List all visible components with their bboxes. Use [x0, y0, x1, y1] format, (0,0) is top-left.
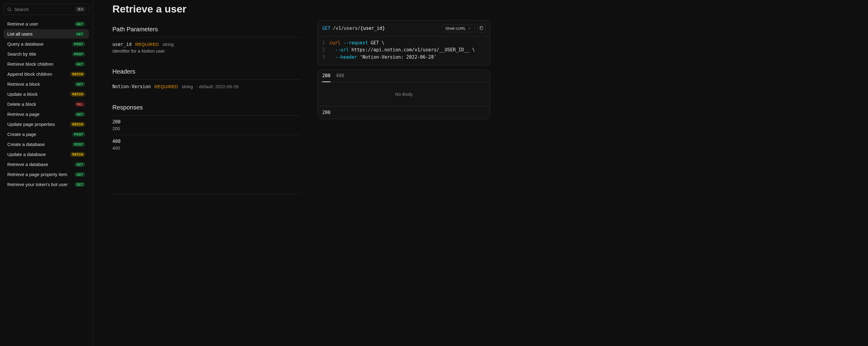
- header-default: · default: 2022-06-28: [196, 84, 239, 89]
- language-select[interactable]: Shell cURL: [442, 25, 475, 32]
- header-required-label: REQUIRED: [154, 84, 178, 89]
- param-description: Identifier for a Notion user: [112, 48, 301, 54]
- sidebar-item-label: Search by title: [7, 51, 36, 57]
- method-badge: PATCH: [70, 122, 85, 127]
- param-required-label: REQUIRED: [135, 42, 159, 47]
- sidebar-item[interactable]: Retrieve a databaseGET: [4, 160, 89, 169]
- method-badge: POST: [72, 42, 85, 47]
- sidebar-item-label: Update a block: [7, 91, 38, 97]
- response-tab[interactable]: 200: [322, 73, 331, 82]
- code-line: 2 --url https://api.notion.com/v1/users/…: [322, 47, 486, 54]
- sidebar-item[interactable]: Update a blockPATCH: [4, 89, 89, 99]
- section-divider: [112, 194, 301, 194]
- sidebar: ⌘K Retrieve a userGETList all usersGETQu…: [0, 0, 93, 346]
- request-path: /v1/users/{user_id}: [333, 26, 385, 31]
- responses-heading: Responses: [112, 104, 301, 111]
- method-badge: PATCH: [70, 152, 85, 157]
- sidebar-item-label: Retrieve a block: [7, 82, 40, 87]
- search-icon: [7, 7, 12, 12]
- page-title: Retrieve a user: [112, 3, 301, 15]
- method-badge: PATCH: [70, 72, 85, 77]
- header-name: Notion-Version: [112, 84, 151, 89]
- sidebar-item-label: Retrieve a database: [7, 162, 48, 167]
- code-content: --url https://api.notion.com/v1/users/__…: [330, 47, 475, 54]
- sidebar-item[interactable]: Update page propertiesPATCH: [4, 119, 89, 129]
- response-row: 200 200: [112, 115, 301, 135]
- sidebar-item-label: Query a database: [7, 41, 43, 47]
- header-row: Notion-Version REQUIRED string · default…: [112, 79, 301, 95]
- sidebar-item-label: Create a database: [7, 142, 44, 147]
- response-footer: 200: [318, 106, 490, 119]
- sidebar-item-label: Retrieve a page: [7, 112, 39, 117]
- sidebar-item-label: Create a page: [7, 132, 36, 137]
- sidebar-item[interactable]: Create a pagePOST: [4, 129, 89, 139]
- sidebar-item-label: Retrieve a user: [7, 21, 38, 26]
- search-input[interactable]: [14, 7, 73, 12]
- sidebar-item-label: Retrieve your token's bot user: [7, 182, 68, 187]
- sidebar-item[interactable]: Retrieve your token's bot userGET: [4, 180, 89, 189]
- line-number: 2: [322, 47, 330, 54]
- sidebar-item[interactable]: Update a databasePATCH: [4, 150, 89, 159]
- code-block: 1curl --request GET \2 --url https://api…: [318, 36, 490, 65]
- method-badge: POST: [72, 142, 85, 147]
- method-badge: POST: [72, 132, 85, 137]
- path-params-heading: Path Parameters: [112, 26, 301, 33]
- search-box[interactable]: ⌘K: [4, 4, 89, 15]
- request-panel: GET /v1/users/{user_id} Shell cURL 1curl…: [318, 20, 490, 65]
- code-column: GET /v1/users/{user_id} Shell cURL 1curl…: [318, 3, 490, 334]
- code-line: 1curl --request GET \: [322, 39, 486, 47]
- sidebar-item-label: List all users: [7, 31, 32, 36]
- response-description: 400: [112, 145, 301, 150]
- response-code: 200: [112, 119, 301, 125]
- request-panel-header: GET /v1/users/{user_id} Shell cURL: [318, 20, 490, 36]
- search-shortcut: ⌘K: [75, 6, 86, 12]
- language-label: Shell cURL: [445, 26, 466, 31]
- copy-button[interactable]: [477, 24, 486, 32]
- sidebar-item-label: Update a database: [7, 152, 46, 157]
- sidebar-item-label: Delete a block: [7, 102, 36, 107]
- header-type: string: [182, 84, 193, 89]
- sidebar-item[interactable]: Create a databasePOST: [4, 140, 89, 149]
- line-number: 3: [322, 54, 330, 61]
- method-badge: GET: [74, 62, 86, 66]
- param-name: user_id: [112, 42, 131, 47]
- endpoint-nav: Retrieve a userGETList all usersGETQuery…: [4, 19, 89, 189]
- headers-heading: Headers: [112, 68, 301, 75]
- sidebar-item[interactable]: Delete a blockDEL: [4, 99, 89, 109]
- response-body: No Body: [318, 82, 490, 106]
- response-tab[interactable]: 400: [336, 73, 344, 82]
- method-badge: GET: [74, 182, 86, 187]
- sidebar-item[interactable]: Append block childrenPATCH: [4, 69, 89, 79]
- sidebar-item[interactable]: Retrieve a blockGET: [4, 79, 89, 89]
- method-badge: GET: [74, 32, 86, 36]
- sidebar-item[interactable]: Retrieve a page property itemGET: [4, 170, 89, 179]
- code-content: --header 'Notion-Version: 2022-06-28': [330, 54, 436, 61]
- code-content: curl --request GET \: [330, 39, 384, 47]
- method-badge: PATCH: [70, 92, 85, 97]
- method-badge: DEL: [74, 102, 85, 107]
- sidebar-item-label: Append block children: [7, 71, 52, 77]
- response-tabs: 200400: [318, 70, 490, 82]
- response-code: 400: [112, 139, 301, 144]
- sidebar-item[interactable]: Search by titlePOST: [4, 49, 89, 59]
- sidebar-item[interactable]: Retrieve a pageGET: [4, 110, 89, 119]
- method-badge: GET: [74, 112, 86, 117]
- sidebar-item-label: Retrieve a page property item: [7, 172, 67, 177]
- request-method: GET: [322, 26, 331, 31]
- line-number: 1: [322, 39, 330, 47]
- sidebar-item[interactable]: Retrieve a userGET: [4, 19, 89, 29]
- svg-point-0: [8, 8, 11, 10]
- sidebar-item-label: Retrieve block children: [7, 61, 54, 66]
- content: Retrieve a user Path Parameters user_id …: [93, 0, 868, 346]
- param-type: string: [162, 42, 174, 47]
- documentation-column: Retrieve a user Path Parameters user_id …: [112, 3, 301, 334]
- sidebar-item[interactable]: List all usersGET: [4, 29, 89, 39]
- clipboard-icon: [479, 26, 484, 30]
- method-badge: GET: [74, 22, 86, 26]
- response-row: 400 400: [112, 135, 301, 154]
- sidebar-item[interactable]: Retrieve block childrenGET: [4, 59, 89, 69]
- response-panel: 200400 No Body 200: [318, 69, 490, 119]
- method-badge: GET: [74, 82, 86, 87]
- sidebar-item-label: Update page properties: [7, 122, 55, 127]
- sidebar-item[interactable]: Query a databasePOST: [4, 39, 89, 49]
